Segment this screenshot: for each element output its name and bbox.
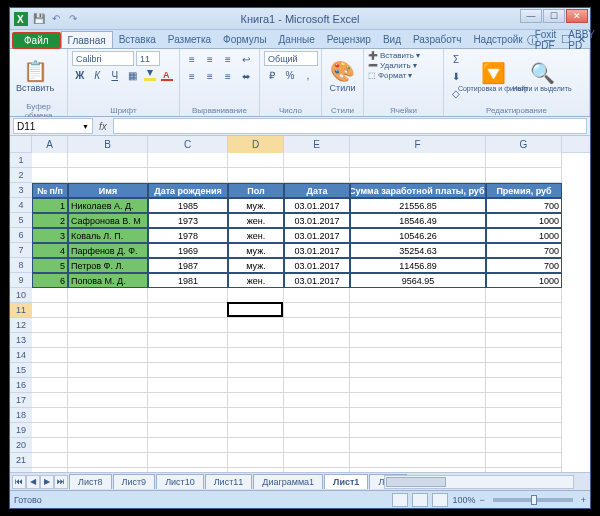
undo-icon[interactable]: ↶ [49,12,63,26]
row-header-16[interactable]: 16 [10,378,32,393]
cell[interactable] [228,378,284,393]
row-header-11[interactable]: 11 [10,303,32,318]
cell[interactable] [284,333,350,348]
sheet-nav-last[interactable]: ⏭ [54,475,68,489]
table-cell[interactable]: 9564.95 [350,273,486,288]
cell[interactable] [68,438,148,453]
cell[interactable] [148,303,228,318]
cell[interactable] [486,438,562,453]
ribbon-tab-8[interactable]: Надстройк [467,31,528,48]
cell[interactable] [32,378,68,393]
row-header-3[interactable]: 3 [10,183,32,198]
sheet-nav-next[interactable]: ▶ [40,475,54,489]
cell[interactable] [228,153,284,168]
cell[interactable] [32,363,68,378]
cell[interactable] [486,153,562,168]
cell[interactable] [350,288,486,303]
cell[interactable] [228,348,284,363]
table-cell[interactable]: 1000 [486,228,562,243]
row-header-21[interactable]: 21 [10,453,32,468]
align-bot-button[interactable]: ≡ [220,51,236,67]
row-header-4[interactable]: 4 [10,198,32,213]
cell[interactable] [350,408,486,423]
row-header-2[interactable]: 2 [10,168,32,183]
redo-icon[interactable]: ↷ [66,12,80,26]
cell[interactable] [228,318,284,333]
cell[interactable] [350,393,486,408]
horizontal-scrollbar[interactable] [384,475,574,489]
col-header-G[interactable]: G [486,136,562,153]
select-all-corner[interactable] [10,136,32,153]
table-cell[interactable]: 700 [486,243,562,258]
cell[interactable] [148,423,228,438]
table-cell[interactable]: 4 [32,243,68,258]
merge-button[interactable]: ⬌ [238,68,254,84]
row-header-6[interactable]: 6 [10,228,32,243]
table-cell[interactable]: 3 [32,228,68,243]
fx-icon[interactable]: fx [99,121,107,132]
cell[interactable] [68,408,148,423]
cell[interactable] [148,363,228,378]
ribbon-tab-6[interactable]: Вид [377,31,407,48]
table-header[interactable]: Дата [284,183,350,198]
col-header-B[interactable]: B [68,136,148,153]
cell[interactable] [486,453,562,468]
row-header-7[interactable]: 7 [10,243,32,258]
table-cell[interactable]: 700 [486,198,562,213]
table-cell[interactable]: 1985 [148,198,228,213]
cell[interactable] [32,288,68,303]
table-cell[interactable]: 03.01.2017 [284,228,350,243]
cell[interactable] [284,168,350,183]
ribbon-tab-0[interactable]: Главная [61,31,113,48]
table-cell[interactable]: 5 [32,258,68,273]
cell[interactable] [284,423,350,438]
cell[interactable] [148,393,228,408]
table-cell[interactable]: муж. [228,258,284,273]
font-size-select[interactable]: 11 [136,51,160,66]
cell[interactable] [228,453,284,468]
cell[interactable] [68,318,148,333]
sheet-tab[interactable]: Лист8 [69,474,112,489]
table-header[interactable]: Имя [68,183,148,198]
cell[interactable] [350,153,486,168]
cell[interactable] [32,348,68,363]
cell[interactable] [350,438,486,453]
formula-input[interactable] [113,118,587,134]
find-select-button[interactable]: 🔍 Найти и выделить [520,51,564,101]
zoom-out-button[interactable]: − [479,495,484,505]
view-break-button[interactable] [432,493,448,507]
horizontal-scroll-thumb[interactable] [386,477,446,487]
comma-button[interactable]: , [300,67,316,83]
row-header-18[interactable]: 18 [10,408,32,423]
cell[interactable] [68,363,148,378]
sheet-tab[interactable]: Лист1 [324,474,368,489]
align-top-button[interactable]: ≡ [184,51,200,67]
cell[interactable] [284,378,350,393]
table-cell[interactable]: Попова М. Д. [68,273,148,288]
currency-button[interactable]: ₽ [264,67,280,83]
table-cell[interactable]: муж. [228,198,284,213]
underline-button[interactable]: Ч [107,67,123,83]
align-right-button[interactable]: ≡ [220,68,236,84]
cell[interactable] [284,303,350,318]
view-normal-button[interactable] [392,493,408,507]
table-cell[interactable]: 1973 [148,213,228,228]
zoom-slider[interactable] [493,498,573,502]
cell[interactable] [228,408,284,423]
cell[interactable] [32,438,68,453]
cell[interactable] [228,333,284,348]
cell[interactable] [486,408,562,423]
ribbon-tab-5[interactable]: Рецензир [321,31,377,48]
cell[interactable] [284,348,350,363]
cell[interactable] [68,288,148,303]
minimize-button[interactable]: — [520,9,542,23]
percent-button[interactable]: % [282,67,298,83]
font-name-select[interactable]: Calibri [72,51,134,66]
cell[interactable] [284,288,350,303]
table-cell[interactable]: 18546.49 [350,213,486,228]
fill-button[interactable]: ⬇ [448,68,464,84]
row-header-1[interactable]: 1 [10,153,32,168]
cell-grid[interactable]: № п/пИмяДата рожденияПолДатаСумма зарабо… [32,153,590,472]
cell[interactable] [148,153,228,168]
row-header-15[interactable]: 15 [10,363,32,378]
